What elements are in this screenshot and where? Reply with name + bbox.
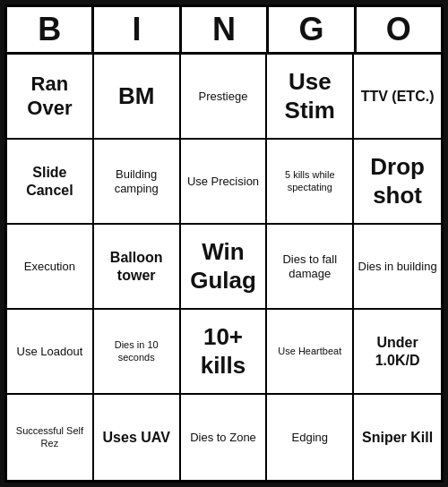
cell-label: Use Stim [271, 68, 349, 124]
cell-label: Dies in 10 seconds [98, 339, 176, 363]
bingo-cell: 10+ kills [181, 310, 268, 395]
bingo-cell: Balloon tower [94, 225, 181, 310]
header-letter: N [182, 7, 269, 52]
cell-label: Building camping [98, 167, 176, 195]
cell-label: Execution [24, 260, 75, 274]
cell-label: 10+ kills [185, 323, 263, 379]
bingo-cell: Sniper Kill [354, 395, 441, 480]
cell-label: Use Precision [187, 175, 259, 189]
cell-label: BM [118, 82, 154, 110]
bingo-cell: Edging [267, 395, 354, 480]
bingo-cell: Under 1.0K/D [354, 310, 441, 395]
cell-label: Drop shot [358, 153, 437, 209]
bingo-cell: Use Precision [181, 140, 268, 225]
bingo-cell: Use Stim [267, 55, 354, 140]
cell-label: Dies to Zone [190, 431, 256, 445]
cell-label: Use Heartbeat [278, 346, 341, 357]
bingo-cell: Ran Over [7, 55, 94, 140]
bingo-cell: Win Gulag [181, 225, 268, 310]
bingo-card: BINGO Ran OverBMPrestiegeUse StimTTV (ET… [4, 4, 444, 483]
bingo-cell: Dies in building [354, 225, 441, 310]
bingo-grid: Ran OverBMPrestiegeUse StimTTV (ETC.)Sli… [7, 55, 441, 480]
bingo-cell: Execution [7, 225, 94, 310]
bingo-cell: Use Heartbeat [267, 310, 354, 395]
header-letter: I [94, 7, 181, 52]
bingo-cell: Dies to fall damage [267, 225, 354, 310]
bingo-cell: Dies in 10 seconds [94, 310, 181, 395]
bingo-cell: Prestiege [181, 55, 268, 140]
cell-label: Uses UAV [103, 429, 170, 446]
cell-label: Balloon tower [98, 249, 176, 283]
cell-label: Ran Over [11, 73, 89, 120]
header-letter: G [269, 7, 356, 52]
cell-label: Edging [292, 431, 328, 445]
bingo-cell: Uses UAV [94, 395, 181, 480]
bingo-cell: 5 kills while spectating [267, 140, 354, 225]
cell-label: Under 1.0K/D [358, 334, 437, 368]
cell-label: Use Loadout [17, 345, 83, 359]
cell-label: Sniper Kill [362, 429, 433, 446]
cell-label: Successful Self Rez [11, 425, 89, 449]
cell-label: Slide Cancel [11, 164, 89, 198]
bingo-cell: Slide Cancel [7, 140, 94, 225]
bingo-header: BINGO [7, 7, 441, 55]
cell-label: TTV (ETC.) [361, 88, 435, 105]
cell-label: 5 kills while spectating [271, 169, 349, 192]
bingo-cell: Building camping [94, 140, 181, 225]
cell-label: Win Gulag [185, 238, 263, 294]
bingo-cell: Drop shot [354, 140, 441, 225]
bingo-cell: Successful Self Rez [7, 395, 94, 480]
bingo-cell: BM [94, 55, 181, 140]
bingo-cell: Use Loadout [7, 310, 94, 395]
cell-label: Dies in building [358, 260, 437, 274]
bingo-cell: TTV (ETC.) [354, 55, 441, 140]
cell-label: Prestiege [199, 90, 248, 104]
header-letter: B [7, 7, 94, 52]
header-letter: O [357, 7, 441, 52]
cell-label: Dies to fall damage [271, 252, 349, 280]
bingo-cell: Dies to Zone [181, 395, 268, 480]
